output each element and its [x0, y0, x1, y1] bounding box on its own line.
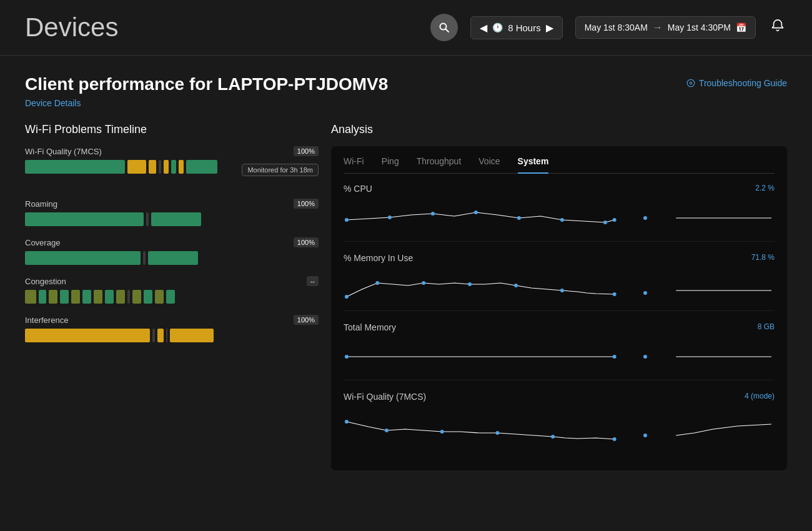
metric-congestion-name: Congestion: [25, 277, 66, 286]
bell-icon: [771, 19, 785, 32]
bar-cong-12: [155, 290, 164, 304]
svg-point-26: [440, 430, 444, 434]
metric-interference-name: Interference: [25, 315, 68, 325]
tab-voice[interactable]: Voice: [478, 156, 500, 174]
chart-memory-use: % Memory In Use 71.8 %: [344, 253, 775, 311]
search-button[interactable]: [430, 14, 458, 41]
next-arrow-icon: ▶: [546, 22, 553, 34]
chart-cpu-sparkline: [344, 196, 775, 234]
svg-point-16: [468, 282, 472, 286]
metric-wifi-quality-badge: 100%: [294, 146, 319, 156]
metric-interference-header: Interference 100%: [25, 315, 319, 325]
svg-point-25: [385, 429, 389, 432]
bar-cong-13: [166, 290, 175, 304]
metric-coverage-header: Coverage 100%: [25, 237, 319, 247]
svg-point-28: [551, 435, 555, 439]
bar-coverage-green-1: [25, 251, 141, 265]
bar-cong-7: [94, 290, 102, 304]
metric-roaming-badge: 100%: [294, 199, 319, 209]
svg-point-27: [495, 431, 499, 435]
bar-interf-yellow-1: [25, 329, 150, 342]
metric-roaming-bar: [25, 212, 319, 226]
date-range-control[interactable]: May 1st 8:30AM → May 1st 4:30PM 📅: [575, 16, 756, 39]
analysis-panel: Wi-Fi Ping Throughput Voice System % CPU…: [331, 146, 787, 470]
metric-coverage: Coverage 100%: [25, 237, 319, 265]
svg-point-2: [687, 79, 695, 87]
chart-total-memory-sparkline: [344, 335, 775, 372]
bar-yellow-3: [164, 160, 169, 174]
search-icon: [438, 22, 450, 33]
analysis-section: Analysis Wi-Fi Ping Throughput Voice Sys…: [331, 123, 787, 470]
metric-roaming-name: Roaming: [25, 199, 57, 209]
chart-cpu: % CPU 2.2 %: [344, 184, 775, 242]
page-title: Devices: [25, 12, 418, 42]
bar-cong-1: [25, 290, 36, 304]
troubleshooting-guide-link[interactable]: Troubleshooting Guide: [686, 74, 787, 88]
bar-yellow-1: [127, 160, 146, 174]
metric-wifi-quality-header: Wi-Fi Quality (7MCS) 100%: [25, 146, 319, 156]
svg-point-10: [603, 221, 607, 224]
bar-cong-8: [105, 290, 114, 304]
tab-wifi[interactable]: Wi-Fi: [344, 156, 364, 174]
bar-roaming-divider: [146, 212, 149, 226]
page-header-row: Client performance for LAPTOP-PTJDOMV8 T…: [25, 74, 787, 94]
svg-point-30: [643, 434, 647, 437]
header: Devices ◀ 🕐 8 Hours ▶ May 1st 8:30AM → M…: [0, 0, 812, 56]
svg-point-4: [345, 218, 349, 222]
metric-congestion-bar: [25, 290, 319, 304]
svg-point-6: [431, 212, 435, 216]
metric-interference-bar: [25, 329, 319, 342]
svg-point-18: [560, 289, 564, 292]
chart-memory-use-label: % Memory In Use 71.8 %: [344, 253, 775, 263]
tab-throughput[interactable]: Throughput: [417, 156, 462, 174]
wifi-timeline-section: Wi-Fi Problems Timeline Wi-Fi Quality (7…: [25, 123, 319, 470]
chart-wifi-quality-sparkline: [344, 404, 775, 442]
bar-interf-divider-2: [166, 329, 167, 342]
svg-point-13: [345, 295, 349, 299]
bar-cong-2: [39, 290, 46, 304]
bar-cong-5: [71, 290, 80, 304]
tab-ping[interactable]: Ping: [382, 156, 399, 174]
bar-divider-1: [159, 160, 161, 174]
page-content: Client performance for LAPTOP-PTJDOMV8 T…: [0, 56, 812, 483]
calendar-icon: 📅: [736, 22, 746, 32]
clock-icon: 🕐: [492, 22, 503, 32]
svg-point-8: [517, 216, 521, 220]
metric-roaming-header: Roaming 100%: [25, 199, 319, 209]
client-performance-title: Client performance for LAPTOP-PTJDOMV8: [25, 74, 388, 94]
analysis-title: Analysis: [331, 123, 787, 136]
device-details-link[interactable]: Device Details: [25, 98, 787, 108]
bar-green-1: [25, 160, 125, 174]
date-end: May 1st 4:30PM: [668, 22, 731, 32]
time-range-label: 8 Hours: [508, 22, 541, 33]
bar-interf-yellow-2: [157, 329, 164, 342]
notifications-button[interactable]: [768, 16, 787, 39]
bar-cong-3: [49, 290, 57, 304]
svg-point-12: [643, 216, 647, 220]
svg-point-14: [375, 281, 379, 285]
svg-point-21: [345, 355, 349, 359]
lightbulb-icon: [686, 79, 695, 87]
svg-point-23: [643, 355, 647, 359]
metric-congestion-header: Congestion --: [25, 276, 319, 286]
metric-coverage-badge: 100%: [294, 237, 319, 247]
bar-green-2: [171, 160, 176, 174]
metric-congestion-badge: --: [307, 276, 319, 286]
bar-yellow-2: [149, 160, 156, 174]
bar-cong-10: [132, 290, 141, 304]
svg-point-5: [388, 216, 392, 219]
svg-point-19: [613, 292, 616, 296]
chart-total-memory-value: 8 GB: [758, 322, 775, 331]
svg-point-9: [560, 218, 564, 222]
bar-cong-11: [144, 290, 152, 304]
svg-point-17: [514, 284, 518, 287]
metric-interference-badge: 100%: [294, 315, 319, 325]
svg-point-11: [613, 218, 616, 222]
bar-cong-6: [82, 290, 91, 304]
tab-system[interactable]: System: [518, 156, 549, 174]
svg-point-24: [345, 420, 349, 424]
svg-line-1: [446, 29, 449, 32]
time-range-control[interactable]: ◀ 🕐 8 Hours ▶: [470, 16, 563, 39]
bar-cong-9: [116, 290, 125, 304]
bar-interf-yellow-3: [170, 329, 214, 342]
